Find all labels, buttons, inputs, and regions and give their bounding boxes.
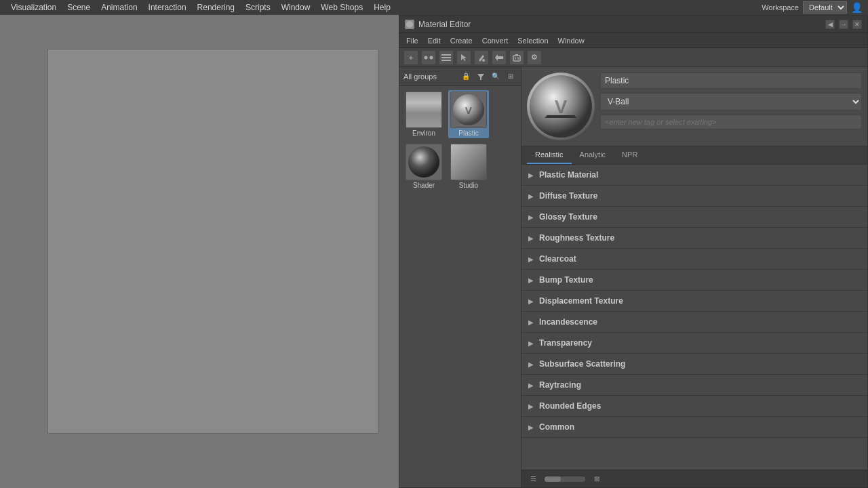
- studio-thumbnail: [450, 144, 487, 180]
- material-editor-titlebar: Material Editor ◀ → ✕: [399, 16, 867, 33]
- view-toggle-button[interactable]: [421, 50, 436, 65]
- shader-label: Shader: [413, 182, 435, 189]
- preview-shape-select[interactable]: V-Ball Cube Plane: [600, 93, 862, 110]
- list-view-button[interactable]: [439, 50, 454, 65]
- section-bump-texture: ▶ Bump Texture: [521, 270, 867, 291]
- section-displacement-texture: ▶ Displacement Texture: [521, 291, 867, 312]
- material-bottom-bar: ☰ ⊞: [521, 470, 867, 487]
- section-diffuse-texture-header[interactable]: ▶ Diffuse Texture: [521, 186, 867, 206]
- section-glossy-texture-header[interactable]: ▶ Glossy Texture: [521, 207, 867, 227]
- chevron-right-icon: ▶: [528, 361, 534, 368]
- chevron-right-icon: ▶: [528, 403, 534, 410]
- paint-button[interactable]: [474, 50, 489, 65]
- material-sections: ▶ Plastic Material ▶ Diffuse Texture ▶ G…: [521, 165, 867, 470]
- float-button[interactable]: →: [839, 20, 848, 29]
- viewport: [0, 15, 399, 488]
- material-editor-panel: Material Editor ◀ → ✕ File Edit Create C…: [399, 15, 868, 488]
- material-tabs: Realistic Analytic NPR: [521, 146, 867, 165]
- menu-rendering[interactable]: Rendering: [192, 1, 240, 14]
- svg-rect-5: [441, 60, 451, 61]
- pin-button[interactable]: ◀: [825, 20, 835, 29]
- section-plastic-material-header[interactable]: ▶ Plastic Material: [521, 165, 867, 185]
- material-item-plastic[interactable]: V Plastic: [448, 90, 489, 138]
- section-transparency-header[interactable]: ▶ Transparency: [521, 333, 867, 353]
- menu-scene[interactable]: Scene: [62, 1, 96, 14]
- section-rounded-edges-label: Rounded Edges: [539, 401, 601, 411]
- material-editor-toolbar: + ⚙: [399, 48, 867, 67]
- add-material-button[interactable]: +: [403, 50, 418, 65]
- section-raytracing-label: Raytracing: [539, 380, 581, 390]
- menu-visualization[interactable]: Visualization: [5, 1, 62, 14]
- svg-point-2: [430, 56, 433, 59]
- section-common-header[interactable]: ▶ Common: [521, 417, 867, 437]
- menu-scripts[interactable]: Scripts: [240, 1, 276, 14]
- section-roughness-texture-header[interactable]: ▶ Roughness Texture: [521, 228, 867, 248]
- delete-button[interactable]: [509, 50, 524, 65]
- tab-analytic[interactable]: Analytic: [572, 146, 614, 164]
- bottom-grid-icon[interactable]: ⊞: [591, 473, 603, 485]
- apply-button[interactable]: [492, 50, 507, 65]
- menu-window[interactable]: Window: [276, 1, 316, 14]
- chevron-right-icon: ▶: [528, 424, 534, 431]
- section-bump-texture-header[interactable]: ▶ Bump Texture: [521, 270, 867, 290]
- menu-webshops[interactable]: Web Shops: [315, 1, 368, 14]
- section-displacement-texture-header[interactable]: ▶ Displacement Texture: [521, 291, 867, 311]
- mat-menu-convert[interactable]: Convert: [478, 35, 513, 46]
- section-clearcoat-header[interactable]: ▶ Clearcoat: [521, 249, 867, 269]
- section-raytracing-header[interactable]: ▶ Raytracing: [521, 375, 867, 395]
- section-roughness-texture-label: Roughness Texture: [539, 233, 614, 243]
- mat-menu-create[interactable]: Create: [446, 35, 477, 46]
- material-item-shader[interactable]: Shader: [403, 142, 444, 190]
- tab-npr[interactable]: NPR: [614, 146, 646, 164]
- material-list-panel: All groups 🔒 🔍 ⊞ Environ: [399, 67, 521, 487]
- bottom-list-icon[interactable]: ☰: [527, 473, 539, 485]
- material-name-input[interactable]: [600, 73, 862, 89]
- material-preview-header: V V-Ball Cube Plane: [521, 67, 867, 146]
- menu-help[interactable]: Help: [368, 1, 396, 14]
- environ-thumbnail: [406, 92, 442, 128]
- plastic-label: Plastic: [458, 129, 478, 137]
- svg-point-7: [482, 59, 485, 62]
- select-tool-button[interactable]: [456, 50, 471, 65]
- section-rounded-edges-header[interactable]: ▶ Rounded Edges: [521, 396, 867, 416]
- menu-animation[interactable]: Animation: [96, 1, 142, 14]
- section-plastic-material: ▶ Plastic Material: [521, 165, 867, 186]
- svg-rect-4: [441, 57, 451, 58]
- mat-menu-edit[interactable]: Edit: [424, 35, 445, 46]
- section-subsurface-scattering-label: Subsurface Scattering: [539, 359, 625, 369]
- section-subsurface-scattering-header[interactable]: ▶ Subsurface Scattering: [521, 354, 867, 374]
- chevron-right-icon: ▶: [528, 256, 534, 263]
- search-icon[interactable]: 🔍: [490, 70, 502, 83]
- mat-menu-file[interactable]: File: [402, 35, 422, 46]
- section-transparency: ▶ Transparency: [521, 333, 867, 354]
- chevron-right-icon: ▶: [528, 235, 534, 242]
- workspace-select[interactable]: Default: [803, 1, 847, 14]
- section-clearcoat-label: Clearcoat: [539, 254, 576, 264]
- zoom-slider[interactable]: [545, 476, 585, 482]
- menu-interaction[interactable]: Interaction: [143, 1, 192, 14]
- grid-icon[interactable]: ⊞: [505, 70, 517, 83]
- lock-icon[interactable]: 🔒: [460, 70, 472, 83]
- user-icon[interactable]: 👤: [851, 2, 863, 13]
- more-options-button[interactable]: ⚙: [527, 50, 542, 65]
- material-item-environ[interactable]: Environ: [403, 90, 444, 138]
- material-preview-sphere: V: [527, 73, 595, 140]
- material-editor-icon: [405, 20, 414, 29]
- mat-menu-window[interactable]: Window: [554, 35, 589, 46]
- material-editor-title: Material Editor: [418, 20, 821, 29]
- material-tag-input[interactable]: [600, 115, 862, 129]
- section-incandescence-header[interactable]: ▶ Incandescence: [521, 312, 867, 332]
- material-item-studio[interactable]: Studio: [448, 142, 489, 190]
- section-glossy-texture: ▶ Glossy Texture: [521, 207, 867, 228]
- section-common-label: Common: [539, 422, 574, 432]
- section-displacement-texture-label: Displacement Texture: [539, 296, 623, 306]
- section-glossy-texture-label: Glossy Texture: [539, 212, 597, 222]
- close-button[interactable]: ✕: [852, 20, 862, 29]
- tab-realistic[interactable]: Realistic: [527, 146, 572, 164]
- svg-marker-12: [477, 74, 484, 80]
- filter-icon[interactable]: [475, 70, 487, 83]
- mat-menu-selection[interactable]: Selection: [513, 35, 552, 46]
- svg-rect-9: [515, 54, 518, 56]
- section-bump-texture-label: Bump Texture: [539, 275, 593, 285]
- section-subsurface-scattering: ▶ Subsurface Scattering: [521, 354, 867, 375]
